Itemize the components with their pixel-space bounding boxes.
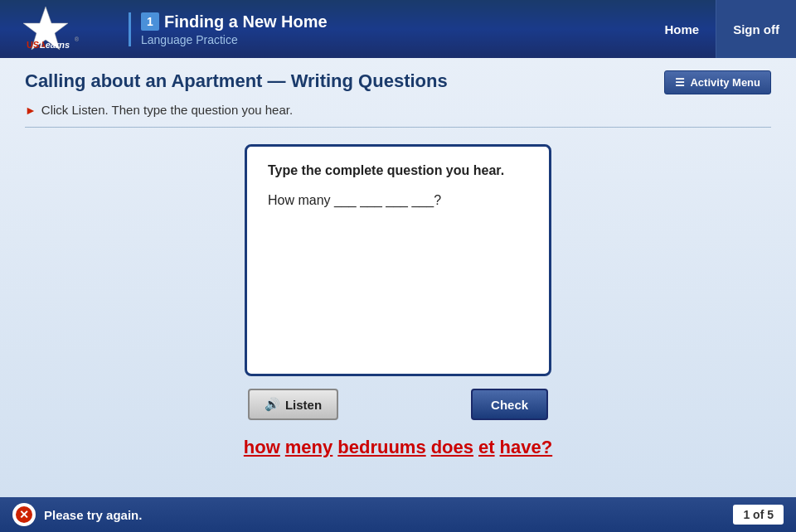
activity-title: Calling about an Apartment — Writing Que… — [25, 70, 448, 92]
divider — [25, 127, 771, 128]
menu-icon: ☰ — [675, 76, 685, 89]
speaker-icon: 🔊 — [265, 397, 280, 412]
nav-area: Home Sign off — [648, 0, 796, 58]
arrow-icon: ► — [25, 104, 36, 117]
wrong-word: how — [244, 437, 280, 458]
wrong-word: meny — [285, 437, 332, 458]
instruction-label: Click Listen. Then type the question you… — [41, 103, 293, 117]
question-prompt: Type the complete question you hear. — [268, 163, 528, 178]
logo-area: USA Learns ® — [8, 5, 124, 53]
usa-learns-logo: USA Learns ® — [8, 5, 83, 53]
wrong-word: does — [431, 437, 473, 458]
wrong-answer-display: howmenybedruumsdoesethave? — [25, 437, 771, 458]
title-area: 1 Finding a New Home Language Practice — [129, 12, 328, 46]
lesson-number: 1 — [141, 12, 159, 31]
page-current: 1 — [743, 508, 750, 521]
listen-button[interactable]: 🔊 Listen — [248, 389, 338, 420]
status-text: Please try again. — [44, 508, 142, 522]
instruction-text: ► Click Listen. Then type the question y… — [25, 103, 771, 117]
home-button[interactable]: Home — [648, 0, 716, 58]
question-partial: How many ___ ___ ___ ___? — [268, 193, 528, 208]
svg-text:®: ® — [75, 36, 80, 42]
page-of-label: of — [753, 508, 767, 521]
status-message: ✕ Please try again. — [12, 503, 142, 526]
activity-menu-button[interactable]: ☰ Activity Menu — [664, 70, 771, 94]
svg-text:✕: ✕ — [19, 508, 29, 521]
status-bar: ✕ Please try again. 1 of 5 — [0, 497, 796, 532]
lesson-title-row: 1 Finding a New Home — [141, 12, 328, 31]
header: USA Learns ® 1 Finding a New Home Langua… — [0, 0, 796, 58]
lesson-title: Finding a New Home — [164, 12, 328, 31]
listen-label: Listen — [285, 398, 322, 412]
page-counter: 1 of 5 — [733, 505, 784, 525]
activity-menu-label: Activity Menu — [690, 76, 760, 89]
wrong-word: bedruums — [337, 437, 425, 458]
wrong-word: et — [478, 437, 495, 458]
answer-input[interactable] — [268, 220, 528, 357]
lesson-subtitle: Language Practice — [141, 33, 328, 46]
check-button[interactable]: Check — [471, 389, 548, 420]
page-total: 5 — [767, 508, 774, 521]
main-content: Calling about an Apartment — Writing Que… — [0, 58, 796, 532]
question-container: Type the complete question you hear. How… — [25, 144, 771, 376]
activity-header: Calling about an Apartment — Writing Que… — [25, 70, 771, 94]
wrong-word: have? — [500, 437, 553, 458]
question-box: Type the complete question you hear. How… — [245, 144, 551, 376]
signoff-button[interactable]: Sign off — [716, 0, 796, 58]
error-icon: ✕ — [12, 503, 36, 526]
svg-text:Learns: Learns — [40, 40, 70, 50]
buttons-row: 🔊 Listen Check — [25, 389, 771, 420]
